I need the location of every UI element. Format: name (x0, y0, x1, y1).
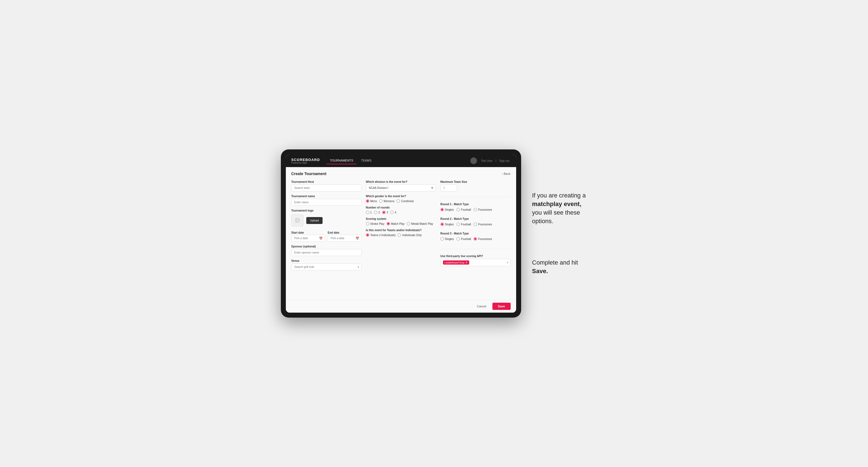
api-remove-icon[interactable]: ✕ (465, 261, 468, 264)
tournament-name-label: Tournament name (291, 195, 362, 198)
round3-options: Singles Fourball Foursomes (440, 237, 510, 241)
round-4[interactable]: 4 (390, 211, 396, 214)
user-info: Test User | Sign out (480, 159, 510, 162)
save-button[interactable]: Save (492, 303, 510, 310)
gender-combined[interactable]: Combined (397, 199, 414, 203)
round1-label: Round 1 - Match Type (440, 203, 510, 206)
sponsor-group: Sponsor (optional) (291, 245, 362, 256)
rounds-label: Number of rounds (366, 206, 436, 209)
section-divider-1 (440, 197, 510, 197)
venue-label: Venue (291, 259, 362, 262)
tab-tournaments[interactable]: TOURNAMENTS (327, 157, 356, 164)
gender-womens[interactable]: Womens (379, 199, 394, 203)
signout-link[interactable]: Sign out (499, 159, 509, 162)
start-date-label: Start date (291, 231, 304, 234)
round3-label: Round 3 - Match Type (440, 232, 510, 235)
tournament-host-group: Tournament Host (291, 180, 362, 191)
max-team-size-group: Maximum Team Size (440, 180, 510, 191)
round3-fourball[interactable]: Fourball (457, 237, 471, 241)
form-col-left: Tournament Host Tournament name Tourname… (291, 180, 362, 270)
api-field: Leaderboard King ✕ ▾ (440, 259, 510, 266)
round3-foursomes[interactable]: Foursomes (474, 237, 492, 241)
page-header: Create Tournament Back (291, 172, 510, 176)
brand-subtitle: Powered by clippit (291, 162, 320, 164)
annotation-matchplay: If you are creating a matchplay event, y… (532, 191, 587, 225)
tournament-name-group: Tournament name (291, 195, 362, 206)
start-date-wrapper: 📅 (291, 235, 325, 242)
teams-radio-group: Teams (+Individuals) Individuals Only (366, 234, 436, 237)
sponsor-label: Sponsor (optional) (291, 245, 362, 248)
round1-options: Singles Fourball Foursomes (440, 208, 510, 211)
round2-options: Singles Fourball Foursomes (440, 223, 510, 226)
round3-singles[interactable]: Singles (440, 237, 454, 241)
form-col-right: Maximum Team Size Round 1 - Match Type S… (440, 180, 510, 270)
round2-foursomes[interactable]: Foursomes (474, 223, 492, 226)
venue-chevron-icon: ▾ (358, 265, 359, 269)
round3-match-type-group: Round 3 - Match Type Singles Fourball (440, 232, 510, 241)
division-select[interactable]: NCAA Division I (366, 185, 436, 191)
nav-tabs: TOURNAMENTS TEAMS (327, 157, 375, 164)
api-group: Use third-party live scoring API? Leader… (440, 255, 510, 266)
gender-combined-label: Combined (401, 200, 414, 203)
back-link[interactable]: Back (502, 172, 510, 175)
annotation-text-2-bold: Save. (532, 268, 548, 275)
calendar-icon-2: 📅 (355, 237, 359, 240)
round1-match-type-group: Round 1 - Match Type Singles Fourball (440, 203, 510, 211)
gender-mens-label: Mens (370, 200, 377, 203)
gender-womens-label: Womens (383, 200, 394, 203)
tab-teams[interactable]: TEAMS (358, 157, 375, 164)
sponsor-input[interactable] (291, 249, 362, 256)
form-footer: Cancel Save (286, 300, 516, 313)
round1-foursomes[interactable]: Foursomes (474, 208, 492, 211)
division-label: Which division is the event for? (366, 180, 436, 183)
round2-singles[interactable]: Singles (440, 223, 454, 226)
division-group: Which division is the event for? NCAA Di… (366, 180, 436, 191)
rounds-group: Number of rounds 1 2 (366, 206, 436, 214)
round1-singles[interactable]: Singles (440, 208, 454, 211)
section-divider-2 (440, 249, 510, 249)
tablet-frame: SCOREBOARD Powered by clippit TOURNAMENT… (281, 149, 521, 318)
round1-fourball[interactable]: Fourball (457, 208, 471, 211)
main-content: Create Tournament Back Tournament Host T… (286, 167, 516, 300)
teams-both[interactable]: Teams (+Individuals) (366, 234, 396, 237)
rounds-radio-group: 1 2 3 (366, 211, 436, 214)
tournament-logo-group: Tournament logo Upload (291, 209, 362, 226)
scoring-label: Scoring system (366, 217, 436, 220)
venue-input[interactable] (291, 263, 362, 270)
nav-right: Test User | Sign out (470, 157, 510, 164)
gender-radio-group: Mens Womens Combined (366, 199, 436, 203)
brand: SCOREBOARD Powered by clippit (291, 158, 320, 164)
annotations: If you are creating a matchplay event, y… (532, 191, 587, 276)
tournament-name-input[interactable] (291, 199, 362, 206)
round-1[interactable]: 1 (366, 211, 372, 214)
round2-label: Round 2 - Match Type (440, 217, 510, 220)
round-2[interactable]: 2 (374, 211, 380, 214)
api-tag: Leaderboard King ✕ (443, 260, 469, 264)
upload-button[interactable]: Upload (306, 217, 323, 224)
avatar (470, 157, 477, 164)
tournament-host-label: Tournament Host (291, 180, 362, 183)
annotation-save: Complete and hit Save. (532, 258, 587, 276)
scoring-stroke[interactable]: Stroke Play (366, 222, 384, 225)
max-team-size-input[interactable] (440, 185, 457, 191)
scoring-match[interactable]: Match Play (386, 222, 405, 225)
venue-group: Venue ▾ (291, 259, 362, 270)
form-col-middle: Which division is the event for? NCAA Di… (366, 180, 436, 270)
nav-left: SCOREBOARD Powered by clippit TOURNAMENT… (291, 157, 375, 164)
api-chevron-icon: ▾ (507, 261, 508, 264)
start-date-group: Start date 📅 (291, 230, 325, 242)
round2-fourball[interactable]: Fourball (457, 223, 471, 226)
dates-group: Start date 📅 End date (291, 230, 362, 242)
logo-upload-area: Upload (291, 214, 362, 226)
scoring-medal[interactable]: Medal Match Play (407, 222, 433, 225)
round-3[interactable]: 3 (382, 211, 388, 214)
tournament-logo-label: Tournament logo (291, 209, 362, 212)
gender-mens[interactable]: Mens (366, 199, 377, 203)
logo-placeholder (291, 214, 304, 226)
page-wrapper: SCOREBOARD Powered by clippit TOURNAMENT… (11, 149, 857, 318)
dates-row: Start date 📅 End date (291, 230, 362, 242)
tournament-host-input[interactable] (291, 185, 362, 191)
teams-individuals[interactable]: Individuals Only (398, 234, 422, 237)
brand-title: SCOREBOARD (291, 158, 320, 161)
cancel-button[interactable]: Cancel (474, 303, 490, 310)
